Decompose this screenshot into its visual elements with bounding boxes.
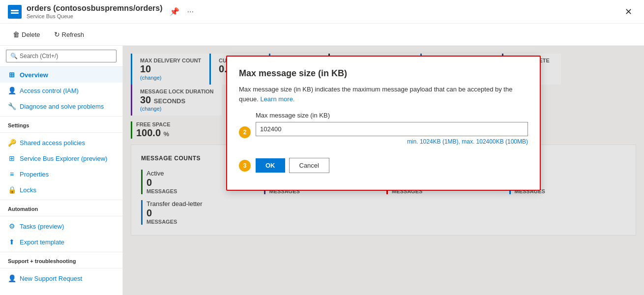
app-container: orders (contososbuspremns/orders) Servic…: [0, 0, 644, 295]
sidebar-item-locks[interactable]: 🔒 Locks: [0, 182, 122, 198]
sidebar-item-service-bus-explorer-label: Service Bus Explorer (preview): [20, 155, 107, 162]
toolbar: 🗑 Delete ↻ Refresh: [0, 24, 644, 46]
step3-row: 3 OK Cancel: [239, 158, 528, 173]
sidebar-item-export[interactable]: ⬆ Export template: [0, 234, 122, 250]
search-input[interactable]: 🔍 Search (Ctrl+/): [6, 50, 117, 62]
settings-divider: [0, 132, 122, 133]
export-icon: ⬆: [8, 238, 16, 246]
modal-hint: min. 1024KB (1MB), max. 102400KB (100MB): [256, 138, 528, 145]
header: orders (contososbuspremns/orders) Servic…: [0, 0, 644, 24]
sidebar-item-access-control-label: Access control (IAM): [20, 87, 79, 94]
modal-overlay: Max message size (in KB) Max message siz…: [123, 46, 644, 295]
sidebar: 🔍 Search (Ctrl+/) ⊞ Overview 👤 Access co…: [0, 46, 123, 295]
main-content: Max delivery count 10 (change) Current s…: [123, 46, 644, 295]
support-section-title: Support + troubleshooting: [0, 252, 122, 266]
sidebar-item-tasks-label: Tasks (preview): [20, 223, 64, 230]
delete-label: Delete: [22, 31, 40, 38]
modal-field-label: Max message size (in KB): [256, 112, 528, 119]
refresh-button[interactable]: ↻ Refresh: [49, 28, 89, 41]
service-bus-explorer-icon: ⊞: [8, 154, 16, 162]
main-layout: 🔍 Search (Ctrl+/) ⊞ Overview 👤 Access co…: [0, 46, 644, 295]
sidebar-item-diagnose-label: Diagnose and solve problems: [20, 103, 104, 110]
search-icon: 🔍: [10, 53, 18, 59]
modal-ok-button[interactable]: OK: [256, 158, 285, 173]
step2-badge: 2: [239, 126, 251, 138]
sidebar-item-overview[interactable]: ⊞ Overview: [0, 67, 122, 83]
modal-buttons: OK Cancel: [256, 158, 329, 173]
modal: Max message size (in KB) Max message siz…: [226, 56, 541, 191]
sidebar-item-properties-label: Properties: [20, 171, 49, 178]
svg-rect-0: [11, 10, 19, 11]
modal-learn-more-link[interactable]: Learn more.: [260, 95, 294, 103]
search-placeholder: Search (Ctrl+/): [20, 53, 58, 59]
sidebar-item-diagnose[interactable]: 🔧 Diagnose and solve problems: [0, 98, 122, 114]
diagnose-icon: 🔧: [8, 102, 16, 110]
step2-row: 2 Max message size (in KB) min. 1024KB (…: [239, 112, 528, 153]
overview-icon: ⊞: [8, 71, 16, 79]
refresh-icon: ↻: [54, 30, 60, 38]
sidebar-item-service-bus-explorer[interactable]: ⊞ Service Bus Explorer (preview): [0, 150, 122, 166]
refresh-label: Refresh: [62, 31, 85, 38]
settings-section-title: Settings: [0, 116, 122, 130]
shared-access-icon: 🔑: [8, 139, 16, 147]
automation-divider: [0, 216, 122, 216]
delete-button[interactable]: 🗑 Delete: [8, 28, 45, 41]
page-subtitle: Service Bus Queue: [27, 13, 163, 19]
header-actions: 📌 ···: [168, 5, 196, 18]
sidebar-item-locks-label: Locks: [20, 186, 36, 194]
sidebar-item-export-label: Export template: [20, 238, 64, 246]
sidebar-item-tasks[interactable]: ⚙ Tasks (preview): [0, 218, 122, 234]
sidebar-item-properties[interactable]: ≡ Properties: [0, 166, 122, 182]
automation-section-title: Automation: [0, 200, 122, 214]
search-box: 🔍 Search (Ctrl+/): [0, 46, 122, 67]
pin-button[interactable]: 📌: [168, 5, 181, 18]
close-button[interactable]: ✕: [621, 2, 636, 21]
more-button[interactable]: ···: [185, 5, 196, 18]
sidebar-item-access-control[interactable]: 👤 Access control (IAM): [0, 83, 122, 98]
modal-description: Max message size (in KB) indicates the m…: [239, 85, 528, 104]
new-support-icon: 👤: [8, 274, 16, 282]
support-divider: [0, 268, 122, 268]
service-bus-icon: [8, 5, 22, 19]
sidebar-item-new-support-label: New Support Request: [20, 275, 82, 282]
step3-badge: 3: [239, 160, 251, 172]
sidebar-item-shared-access-label: Shared access policies: [20, 139, 85, 147]
modal-title: Max message size (in KB): [239, 68, 528, 79]
access-control-icon: 👤: [8, 87, 16, 94]
sidebar-item-shared-access[interactable]: 🔑 Shared access policies: [0, 135, 122, 150]
header-title-group: orders (contososbuspremns/orders) Servic…: [27, 4, 163, 19]
sidebar-item-new-support[interactable]: 👤 New Support Request: [0, 270, 122, 286]
page-title: orders (contososbuspremns/orders): [27, 4, 163, 13]
svg-rect-1: [11, 12, 19, 14]
delete-icon: 🗑: [13, 30, 20, 38]
tasks-icon: ⚙: [8, 222, 16, 230]
locks-icon: 🔒: [8, 186, 16, 194]
properties-icon: ≡: [8, 170, 16, 178]
sidebar-item-overview-label: Overview: [20, 71, 48, 79]
modal-input-max-message-size[interactable]: [256, 122, 528, 136]
modal-cancel-button[interactable]: Cancel: [289, 158, 329, 173]
